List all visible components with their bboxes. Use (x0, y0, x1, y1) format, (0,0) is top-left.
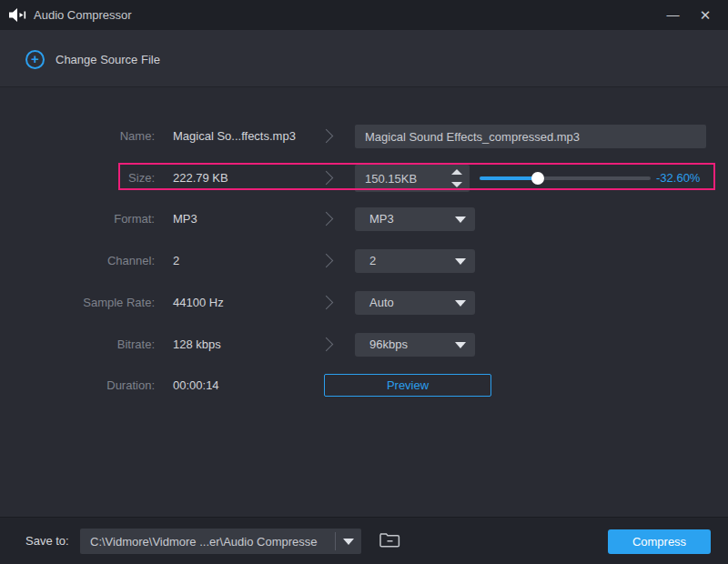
footer-bar: Save to: Compress (0, 517, 728, 564)
size-row: Size: 222.79 KB -32.60% (0, 164, 728, 193)
name-row: Name: Magical So...ffects.mp3 (0, 122, 728, 151)
bitrate-dropdown-value: 96kbps (369, 333, 408, 357)
sample-rate-label: Sample Rate: (0, 288, 155, 317)
window-title: Audio Compressor (34, 0, 132, 30)
plus-circle-icon: + (25, 50, 45, 69)
chevron-right-icon (319, 129, 334, 144)
spinner-arrows (450, 165, 463, 192)
caret-down-icon (455, 217, 466, 223)
format-dropdown-value: MP3 (369, 207, 394, 231)
size-slider[interactable] (480, 164, 651, 193)
browse-folder-button[interactable] (374, 529, 407, 554)
duration-label: Duration: (0, 371, 155, 400)
titlebar: Audio Compressor — ✕ (0, 0, 728, 30)
sample-rate-row: Sample Rate: 44100 Hz Auto (0, 288, 728, 317)
channel-dropdown-value: 2 (369, 249, 376, 273)
spinner-down-icon[interactable] (451, 182, 462, 187)
output-name-input[interactable] (355, 125, 706, 148)
close-button[interactable]: ✕ (690, 0, 721, 30)
change-source-file-label: Change Source File (56, 53, 160, 66)
caret-down-icon (455, 300, 466, 307)
chevron-right-icon (319, 212, 334, 227)
spinner-up-icon[interactable] (451, 169, 462, 175)
minimize-button[interactable]: — (657, 0, 688, 30)
speaker-icon (9, 7, 27, 23)
save-to-label: Save to: (25, 518, 69, 564)
channel-label: Channel: (0, 247, 155, 276)
size-slider-fill (480, 176, 538, 180)
save-path-input[interactable] (80, 529, 328, 554)
chevron-right-icon (319, 254, 334, 268)
chevron-right-icon (319, 171, 334, 186)
format-row: Format: MP3 MP3 (0, 205, 728, 234)
caret-down-icon (455, 342, 466, 348)
size-slider-handle[interactable] (531, 172, 544, 185)
channel-row: Channel: 2 2 (0, 247, 728, 276)
name-source-value: Magical So...ffects.mp3 (173, 122, 296, 151)
channel-source-value: 2 (173, 247, 179, 276)
header-bar: + Change Source File (0, 30, 728, 87)
bitrate-dropdown[interactable]: 96kbps (355, 333, 475, 357)
caret-down-icon[interactable] (343, 539, 354, 545)
audio-compressor-window: Audio Compressor — ✕ + Change Source Fil… (0, 0, 728, 564)
chevron-right-icon (319, 296, 334, 310)
bitrate-source-value: 128 kbps (173, 330, 221, 359)
bitrate-row: Bitrate: 128 kbps 96kbps (0, 330, 728, 359)
duration-row: Duration: 00:00:14 Preview (0, 371, 728, 400)
compress-button[interactable]: Compress (608, 529, 711, 554)
size-spinner (355, 165, 470, 192)
size-spinner-input[interactable] (355, 165, 439, 192)
duration-source-value: 00:00:14 (173, 371, 219, 400)
settings-panel: Name: Magical So...ffects.mp3 Size: 222.… (0, 87, 728, 517)
size-reduction-percent: -32.60% (656, 164, 700, 193)
sample-rate-dropdown-value: Auto (369, 291, 394, 315)
save-path-combo[interactable] (80, 529, 361, 554)
change-source-file-button[interactable]: + Change Source File (25, 48, 160, 70)
sample-rate-source-value: 44100 Hz (173, 288, 224, 317)
size-label: Size: (0, 164, 155, 193)
name-label: Name: (0, 122, 155, 151)
chevron-right-icon (319, 337, 334, 352)
format-label: Format: (0, 205, 155, 234)
combo-divider (335, 532, 336, 550)
folder-icon (379, 530, 402, 550)
bitrate-label: Bitrate: (0, 330, 155, 359)
channel-dropdown[interactable]: 2 (355, 249, 475, 273)
format-source-value: MP3 (173, 205, 197, 234)
size-source-value: 222.79 KB (173, 164, 228, 193)
format-dropdown[interactable]: MP3 (355, 207, 475, 231)
caret-down-icon (455, 258, 466, 265)
sample-rate-dropdown[interactable]: Auto (355, 291, 475, 315)
preview-button[interactable]: Preview (324, 374, 491, 397)
